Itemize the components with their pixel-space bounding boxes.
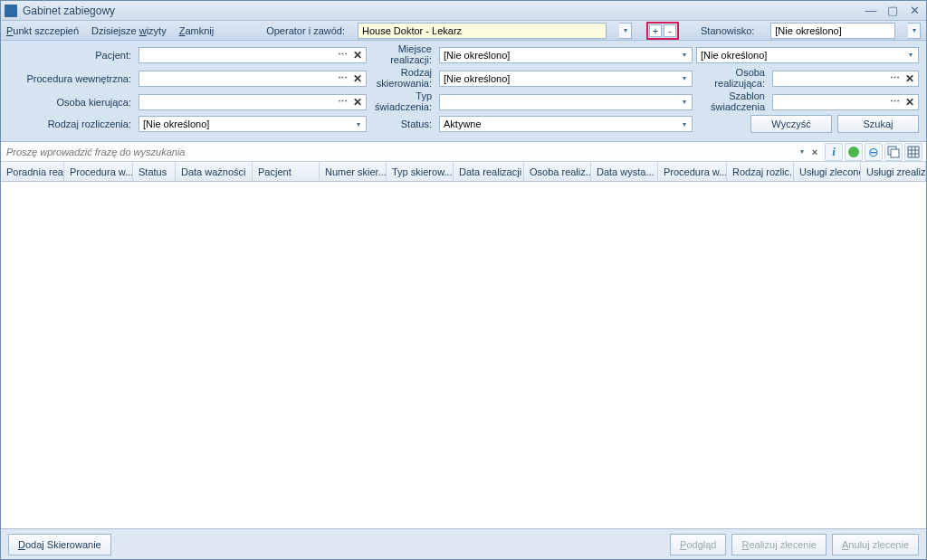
rozliczenie-dropdown-icon[interactable]: ▾ <box>353 120 364 128</box>
info-icon[interactable]: i <box>825 143 843 161</box>
col-numer-skier[interactable]: Numer skier... <box>320 162 387 181</box>
col-typ-skier[interactable]: Typ skierow... <box>387 162 454 181</box>
add-icon[interactable] <box>845 143 863 161</box>
pacjent-field[interactable]: ⋯ ✕ <box>139 47 367 63</box>
search-bar: ▾ × i ⊖ <box>1 142 926 162</box>
grid-header: Poradnia rea... Procedura w... Status Da… <box>1 162 926 182</box>
col-status[interactable]: Status <box>133 162 176 181</box>
procedura-label: Procedura wewnętrzna: <box>8 73 135 84</box>
rodzaj-skier-dropdown-icon[interactable]: ▾ <box>679 74 690 82</box>
window-title: Gabinet zabiegowy <box>23 5 863 17</box>
operator-dropdown-icon[interactable]: ▾ <box>619 23 632 39</box>
podglad-button[interactable]: Podgląd <box>670 534 726 555</box>
osoba-kier-label: Osoba kierująca: <box>8 97 135 108</box>
col-data-wysta[interactable]: Data wysta... <box>591 162 658 181</box>
typ-label: Typ świadczenia: <box>370 91 435 112</box>
miejsce-field-2[interactable]: [Nie określono] ▾ <box>696 47 919 63</box>
menu-dzisiejsze-wizyty[interactable]: Dzisiejsze wizyty <box>91 25 167 36</box>
procedura-browse-icon[interactable]: ⋯ <box>338 72 348 84</box>
osoba-kier-field[interactable]: ⋯ ✕ <box>139 94 367 110</box>
anuluj-zlecenie-button[interactable]: Anuluj zlecenie <box>832 534 919 555</box>
plus-minus-highlight: + - <box>646 22 679 40</box>
operator-minus-button[interactable]: - <box>664 24 676 37</box>
svg-rect-1 <box>891 149 899 157</box>
miejsce-dropdown-icon[interactable]: ▾ <box>679 51 690 59</box>
pacjent-label: Pacjent: <box>8 50 135 61</box>
svg-rect-2 <box>908 147 919 157</box>
miejsce-field[interactable]: [Nie określono] ▾ <box>439 47 693 63</box>
stanowisko-label: Stanowisko: <box>701 25 754 36</box>
stanowisko-dropdown-icon[interactable]: ▾ <box>908 23 921 39</box>
menu-bar: Punk­t szczepień Dzisiejsze wizyty Zamkn… <box>1 21 926 41</box>
szablon-label: Szablon świadczenia <box>696 91 769 112</box>
status-field[interactable]: Aktywne ▾ <box>439 116 693 132</box>
col-uslugi-zrealiz[interactable]: Usługi zrealiz... <box>861 162 926 181</box>
stanowisko-field[interactable]: [Nie określono] <box>770 23 895 39</box>
col-procedura-w[interactable]: Procedura w... <box>64 162 133 181</box>
wyczysc-button[interactable]: Wyczyść <box>750 115 832 133</box>
delete-icon[interactable]: ⊖ <box>865 143 883 161</box>
pacjent-clear-icon[interactable]: ✕ <box>353 49 362 62</box>
search-clear-icon[interactable]: × <box>808 147 821 157</box>
rodzaj-skier-field[interactable]: [Nie określono] ▾ <box>439 71 693 87</box>
procedura-field[interactable]: ⋯ ✕ <box>139 71 367 87</box>
operator-label: Operator i zawód: <box>266 25 345 36</box>
szablon-field[interactable]: ⋯ ✕ <box>772 94 919 110</box>
rodzaj-skier-label: Rodzaj skierowania: <box>370 68 435 89</box>
search-dropdown-icon[interactable]: ▾ <box>796 147 808 156</box>
szablon-browse-icon[interactable]: ⋯ <box>890 96 900 108</box>
col-rodzaj-rozlic[interactable]: Rodzaj rozlic... <box>727 162 794 181</box>
rozliczenie-field[interactable]: [Nie określono] ▾ <box>139 116 367 132</box>
maximize-button[interactable]: ▢ <box>884 4 901 17</box>
bottom-bar: Dodaj Skierowanie Podgląd Realizuj zlece… <box>1 528 926 559</box>
rozliczenie-label: Rodzaj rozliczenia: <box>8 119 135 129</box>
szukaj-button[interactable]: Szukaj <box>837 115 919 133</box>
app-icon <box>5 5 17 17</box>
typ-dropdown-icon[interactable]: ▾ <box>679 98 690 106</box>
table-options-icon[interactable] <box>884 143 903 161</box>
col-data-realizacji[interactable]: Data realizacji <box>454 162 524 181</box>
grid-view-icon[interactable] <box>904 143 922 161</box>
typ-field[interactable]: ▾ <box>439 94 693 110</box>
col-procedura-w2[interactable]: Procedura w... <box>658 162 727 181</box>
operator-field[interactable]: House Doktor - Lekarz <box>358 23 607 39</box>
procedura-clear-icon[interactable]: ✕ <box>353 72 362 85</box>
grid-body <box>1 182 926 528</box>
osoba-real-label: Osoba realizująca: <box>696 68 769 89</box>
col-poradnia[interactable]: Poradnia rea... <box>1 162 64 181</box>
dodaj-skierowanie-button[interactable]: Dodaj Skierowanie <box>8 534 111 555</box>
osoba-real-field[interactable]: ⋯ ✕ <box>772 71 919 87</box>
osoba-real-clear-icon[interactable]: ✕ <box>905 72 914 85</box>
status-dropdown-icon[interactable]: ▾ <box>679 120 690 128</box>
realizuj-zlecenie-button[interactable]: Realizuj zlecenie <box>731 534 827 555</box>
miejsce2-dropdown-icon[interactable]: ▾ <box>905 51 916 59</box>
szablon-clear-icon[interactable]: ✕ <box>905 96 914 109</box>
menu-zamknij[interactable]: Zamknij <box>179 25 215 36</box>
pacjent-browse-icon[interactable]: ⋯ <box>338 49 348 61</box>
osoba-kier-browse-icon[interactable]: ⋯ <box>338 96 348 108</box>
osoba-kier-clear-icon[interactable]: ✕ <box>353 96 362 109</box>
osoba-real-browse-icon[interactable]: ⋯ <box>890 72 900 84</box>
minimize-button[interactable]: — <box>863 4 879 17</box>
filter-area: Pacjent: ⋯ ✕ Miejsce realizacji: [Nie ok… <box>1 41 926 142</box>
search-input[interactable] <box>1 143 796 161</box>
menu-punkt-szczepien[interactable]: Punk­t szczepień <box>6 25 79 36</box>
col-uslugi-zlecone[interactable]: Usługi zlecone <box>794 162 861 181</box>
operator-plus-button[interactable]: + <box>649 24 662 37</box>
miejsce-label: Miejsce realizacji: <box>370 44 435 65</box>
close-button[interactable]: ✕ <box>906 4 922 17</box>
app-window: Gabinet zabiegowy — ▢ ✕ Punk­t szczepień… <box>0 0 927 560</box>
col-pacjent[interactable]: Pacjent <box>253 162 320 181</box>
title-bar: Gabinet zabiegowy — ▢ ✕ <box>1 1 926 21</box>
col-data-waznosci[interactable]: Data ważności <box>176 162 253 181</box>
status-label: Status: <box>370 119 435 130</box>
col-osoba-realiz[interactable]: Osoba realiz... <box>524 162 591 181</box>
